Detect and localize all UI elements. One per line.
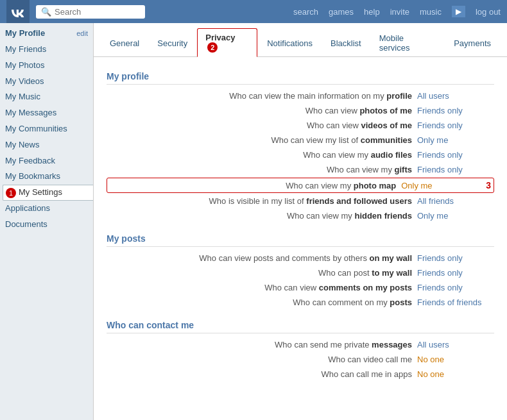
privacy-label: Who can view videos of me	[107, 121, 412, 130]
nav-games[interactable]: games	[329, 7, 354, 17]
vk-logo	[6, 0, 30, 23]
sidebar-item-friends[interactable]: My Friends	[5, 42, 93, 58]
privacy-row: Who can view comments on my posts Friend…	[107, 280, 494, 295]
privacy-content: My profile Who can view the main informa…	[94, 57, 507, 389]
privacy-value[interactable]: Friends only	[417, 106, 494, 115]
privacy-row: Who can view my hidden friends Only me	[107, 208, 494, 223]
privacy-row: Who can call me in apps No one	[107, 367, 494, 382]
privacy-row: Who is visible in my list of friends and…	[107, 194, 494, 208]
privacy-label: Who can view my photo map	[110, 181, 396, 190]
privacy-row: Who can view my gifts Friends only	[107, 162, 494, 177]
topbar: 🔍 search games help invite music ▶ log o…	[0, 0, 507, 23]
tab-blacklist[interactable]: Blacklist	[322, 34, 370, 52]
top-nav: search games help invite music ▶ log out	[293, 6, 501, 17]
tab-payments[interactable]: Payments	[445, 34, 499, 52]
sidebar-item-videos[interactable]: My Videos	[5, 74, 93, 90]
privacy-value[interactable]: Friends of friends	[417, 298, 494, 307]
main-layout: My Profile edit My Friends My Photos My …	[0, 23, 507, 420]
privacy-label: Who can view my audio files	[107, 150, 412, 160]
privacy-row: Who can comment on my posts Friends of f…	[107, 295, 494, 310]
forward-button[interactable]: ▶	[452, 6, 465, 17]
sidebar-item-messages[interactable]: My Messages	[5, 105, 93, 121]
privacy-row: Who can view posts and comments by other…	[107, 251, 494, 265]
privacy-value[interactable]: All users	[417, 340, 494, 349]
privacy-label: Who can view posts and comments by other…	[107, 253, 412, 263]
privacy-value[interactable]: Only me	[417, 211, 494, 221]
privacy-value[interactable]: All friends	[417, 196, 494, 206]
privacy-label: Who can view photos of me	[107, 106, 412, 115]
privacy-label: Who can view my gifts	[107, 165, 412, 174]
privacy-value[interactable]: Friends only	[417, 253, 494, 263]
privacy-label: Who can comment on my posts	[107, 298, 412, 307]
privacy-value[interactable]: No one	[417, 355, 494, 364]
section-my-posts-title: My posts	[107, 233, 494, 247]
tab-bar: General Security Privacy 2 Notifications…	[94, 23, 507, 57]
sidebar: My Profile edit My Friends My Photos My …	[0, 23, 93, 420]
sidebar-item-applications[interactable]: Applications	[5, 201, 93, 217]
privacy-row: Who can view photos of me Friends only	[107, 103, 494, 118]
sidebar-item-news[interactable]: My News	[5, 137, 93, 153]
privacy-label: Who can send me private messages	[107, 340, 412, 349]
privacy-label: Who can view my hidden friends	[107, 211, 412, 221]
section-my-profile-title: My profile	[107, 71, 494, 85]
sidebar-item-music[interactable]: My Music	[5, 89, 93, 105]
tab-privacy[interactable]: Privacy 2	[197, 28, 257, 57]
sidebar-item-communities[interactable]: My Communities	[5, 121, 93, 137]
nav-invite[interactable]: invite	[390, 7, 409, 17]
search-icon: 🔍	[41, 7, 51, 17]
privacy-label: Who can call me in apps	[107, 369, 412, 379]
privacy-label: Who can post to my wall	[107, 268, 412, 278]
privacy-row: Who can view my audio files Friends only	[107, 147, 494, 162]
privacy-row: Who can post to my wall Friends only	[107, 265, 494, 280]
privacy-value[interactable]: Friends only	[417, 150, 494, 160]
sidebar-item-photos[interactable]: My Photos	[5, 58, 93, 74]
sidebar-profile-row: My Profile edit	[5, 28, 93, 38]
content-area: General Security Privacy 2 Notifications…	[93, 23, 507, 420]
section-contact-title: Who can contact me	[107, 320, 494, 333]
sidebar-my-profile[interactable]: My Profile	[5, 28, 45, 38]
privacy-row: Who can view my list of communities Only…	[107, 133, 494, 147]
sidebar-edit-link[interactable]: edit	[76, 29, 88, 37]
sidebar-item-bookmarks[interactable]: My Bookmarks	[5, 169, 93, 185]
tab-security[interactable]: Security	[149, 34, 196, 52]
sidebar-item-feedback[interactable]: My Feedback	[5, 153, 93, 169]
tab-mobile[interactable]: Mobile services	[371, 29, 444, 56]
privacy-value[interactable]: All users	[417, 91, 494, 101]
nav-music[interactable]: music	[420, 7, 442, 17]
sidebar-item-documents[interactable]: Documents	[5, 217, 93, 233]
privacy-value[interactable]: Friends only	[417, 121, 494, 130]
nav-help[interactable]: help	[364, 7, 380, 17]
privacy-value[interactable]: Only me	[417, 135, 494, 145]
privacy-value[interactable]: Friends only	[417, 165, 494, 174]
privacy-row: Who can video call me No one	[107, 352, 494, 367]
privacy-row: Who can send me private messages All use…	[107, 337, 494, 352]
tab-general[interactable]: General	[101, 34, 148, 52]
privacy-label: Who can video call me	[107, 355, 412, 364]
privacy-value[interactable]: No one	[417, 369, 494, 379]
sidebar-item-settings[interactable]: My Settings	[3, 185, 93, 201]
tab-notifications[interactable]: Notifications	[259, 34, 321, 52]
privacy-label: Who can view the main information on my …	[107, 91, 412, 101]
privacy-tab-badge: 2	[207, 42, 218, 53]
privacy-row: Who can view the main information on my …	[107, 88, 494, 103]
row-number-badge: 3	[486, 180, 491, 190]
privacy-value-photo-map[interactable]: Only me	[401, 181, 478, 190]
privacy-row: Who can view videos of me Friends only	[107, 118, 494, 133]
privacy-label: Who can view comments on my posts	[107, 283, 412, 292]
search-box[interactable]: 🔍	[36, 5, 145, 19]
privacy-label: Who can view my list of communities	[107, 135, 412, 145]
privacy-value[interactable]: Friends only	[417, 283, 494, 292]
search-input[interactable]	[55, 7, 140, 17]
privacy-label: Who is visible in my list of friends and…	[107, 196, 412, 206]
nav-search[interactable]: search	[293, 7, 318, 17]
privacy-row-photo-map: Who can view my photo map Only me 3	[107, 178, 494, 193]
nav-logout[interactable]: log out	[476, 7, 501, 17]
privacy-value[interactable]: Friends only	[417, 268, 494, 278]
